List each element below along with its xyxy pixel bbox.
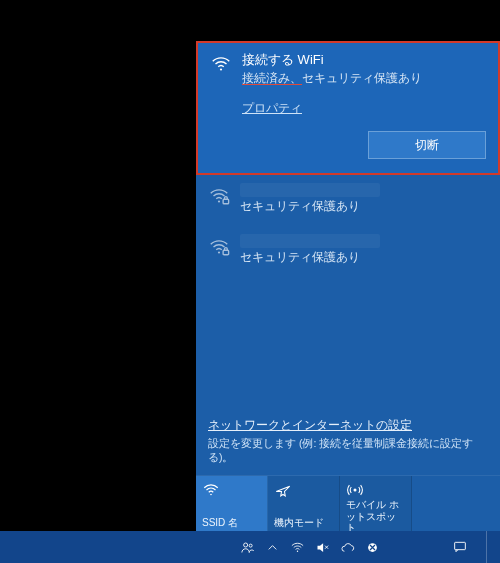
blocked-icon[interactable] [365,540,380,555]
volume-muted-icon[interactable] [315,540,330,555]
cloud-icon[interactable] [340,540,355,555]
chevron-up-icon[interactable] [265,540,280,555]
network-status: 接続済み、セキュリティ保護あり [242,71,486,86]
wifi-secured-icon [208,185,230,207]
airplane-icon [274,481,333,499]
network-status: セキュリティ保護あり [240,250,488,265]
svg-point-1 [218,200,220,202]
wifi-secured-icon [208,236,230,258]
disconnect-row: 切断 [242,131,486,159]
network-name-redacted [240,183,380,197]
network-status: セキュリティ保護あり [240,199,488,214]
svg-rect-4 [223,250,229,255]
action-center-icon[interactable] [452,539,468,555]
people-icon[interactable] [240,540,255,555]
status-secured: セキュリティ保護あり [302,72,422,84]
tile-wifi[interactable]: SSID 名 [196,476,268,532]
svg-point-7 [244,543,248,547]
wifi-tray-icon[interactable] [290,540,305,555]
show-desktop-button[interactable] [486,531,492,563]
network-item[interactable]: セキュリティ保護あり [196,226,500,277]
svg-rect-2 [223,199,229,204]
svg-point-0 [220,68,222,70]
quick-tiles: SSID 名 機内モード モバイル ホットスポット [196,475,500,531]
tile-label: 機内モード [274,517,333,529]
network-name: 接続する WiFi [242,51,486,69]
network-body: セキュリティ保護あり [240,234,488,265]
hotspot-icon [346,481,405,499]
network-item[interactable]: セキュリティ保護あり [196,175,500,226]
network-settings-desc: 設定を変更します (例: 接続を従量制課金接続に設定する)。 [208,437,488,465]
svg-point-9 [297,550,298,551]
tile-hotspot[interactable]: モバイル ホットスポット [340,476,412,532]
wifi-icon [202,481,261,499]
svg-point-5 [210,494,212,496]
tile-airplane[interactable]: 機内モード [268,476,340,532]
svg-point-3 [218,251,220,253]
network-settings-link[interactable]: ネットワークとインターネットの設定 [208,418,412,432]
network-item-connected[interactable]: 接続する WiFi 接続済み、セキュリティ保護あり プロパティ 切断 [196,41,500,175]
disconnect-button[interactable]: 切断 [368,131,486,159]
wifi-icon [210,53,232,75]
tile-label: モバイル ホットスポット [346,499,405,534]
network-settings: ネットワークとインターネットの設定 設定を変更します (例: 接続を従量制課金接… [196,409,500,475]
taskbar [0,531,500,563]
svg-point-6 [354,489,357,492]
properties-link[interactable]: プロパティ [242,100,302,117]
tile-label: SSID 名 [202,517,261,529]
system-tray [240,540,380,555]
wifi-flyout: 接続する WiFi 接続済み、セキュリティ保護あり プロパティ 切断 セキュリテ… [196,41,500,531]
status-connected: 接続済み、 [242,72,302,85]
svg-rect-11 [455,542,466,549]
network-body: 接続する WiFi 接続済み、セキュリティ保護あり プロパティ 切断 [242,51,486,159]
network-name-redacted [240,234,380,248]
network-list: 接続する WiFi 接続済み、セキュリティ保護あり プロパティ 切断 セキュリテ… [196,41,500,409]
svg-point-8 [249,544,252,547]
network-body: セキュリティ保護あり [240,183,488,214]
